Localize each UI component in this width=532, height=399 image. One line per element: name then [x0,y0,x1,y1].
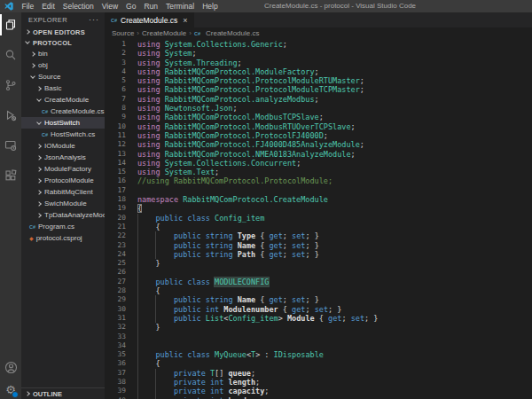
line-content[interactable]: //using RabbitMQComProtocol.ProtocolModu… [137,176,332,185]
line-number[interactable]: 40 [105,396,137,399]
line-number[interactable]: 26 [105,268,137,277]
search-icon[interactable] [0,44,21,66]
line-content[interactable]: using RabbitMQComProtocol.ModuleFactory; [137,67,319,76]
line-content[interactable]: public string Name { get; set; } [137,241,319,250]
close-icon[interactable]: × [183,16,187,25]
line-number[interactable]: 8 [105,104,137,113]
line-number[interactable]: 23 [105,241,137,250]
line-content[interactable]: public class Config_item [137,214,264,223]
line-number[interactable]: 24 [105,250,137,259]
line-content[interactable]: using RabbitMQComProtocol.FJ4000D485Anal… [137,140,364,149]
line-content[interactable]: private T[] queue; [137,369,255,378]
line-number[interactable]: 25 [105,259,137,268]
code-editor[interactable]: 1using System.Collections.Generic;2using… [105,39,532,399]
tree-item-createmodule-cs[interactable]: C#CreateModule.cs [21,106,105,117]
menu-item-selection[interactable]: Selection [59,2,98,11]
tree-item-modulefactory[interactable]: ModuleFactory [21,163,105,175]
line-number[interactable]: 4 [105,67,137,76]
line-content[interactable]: public class MyQueue<T> : IDisposable [137,350,324,359]
tree-item-tpdataanalyzemod[interactable]: TpDataAnalyzeMod... [21,209,105,221]
breadcrumb-item[interactable]: Source [112,29,134,37]
line-content[interactable]: { [137,359,160,368]
line-number[interactable]: 35 [105,350,137,359]
line-number[interactable]: 2 [105,49,137,58]
line-number[interactable]: 34 [105,341,137,350]
line-number[interactable]: 18 [105,195,137,204]
line-content[interactable]: using System.Threading; [137,59,242,67]
line-content[interactable]: using RabbitMQComProtocol.ProtocolModule… [137,85,364,94]
breadcrumb-item[interactable]: CreateModule.cs [206,29,259,37]
line-number[interactable]: 16 [105,176,137,185]
line-content[interactable]: private int capacity; [137,387,269,395]
tree-item-source[interactable]: Source [21,71,105,82]
line-number[interactable]: 27 [105,278,137,286]
menu-item-help[interactable]: Help [199,2,222,11]
line-number[interactable]: 29 [105,295,137,304]
menu-item-edit[interactable]: Edit [38,2,59,11]
run-debug-icon[interactable] [0,105,21,126]
extensions-icon[interactable] [0,165,21,186]
line-content[interactable]: private int head; [137,396,251,399]
line-content[interactable]: using System; [137,49,197,58]
tab-createmodule[interactable]: C# CreateModule.cs × [105,12,194,27]
tree-item-protocolmodule[interactable]: ProtocolModule [21,175,105,186]
line-content[interactable]: { [137,204,142,213]
line-number[interactable]: 5 [105,76,137,85]
menu-item-file[interactable]: File [18,2,38,11]
outline-section[interactable]: OUTLINE [21,387,105,399]
line-content[interactable]: using RabbitMQComProtocol.analyzeModbus; [137,95,319,104]
line-number[interactable]: 33 [105,332,137,341]
tree-item-bin[interactable]: bin [21,48,105,59]
tree-item-obj[interactable]: obj [21,59,105,71]
line-content[interactable]: namespace RabbitMQComProtocol.CreateModu… [137,195,328,204]
line-content[interactable]: public List<Config_item> Module { get; s… [137,314,378,323]
line-number[interactable]: 1 [105,40,137,49]
line-number[interactable]: 17 [105,186,137,195]
tree-item-protocol-csproj[interactable]: ◆protocol.csproj [21,232,105,244]
tree-item-swichmodule[interactable]: SwichModule [21,198,105,209]
explorer-icon[interactable] [0,14,21,35]
line-number[interactable]: 14 [105,159,137,168]
line-number[interactable]: 10 [105,122,137,131]
line-number[interactable]: 36 [105,359,137,368]
line-content[interactable]: public int Modulenumber { get; set; } [137,305,341,314]
line-number[interactable]: 22 [105,231,137,240]
line-content[interactable]: using System.Text; [137,168,219,176]
line-content[interactable]: } [137,323,160,332]
line-content[interactable]: private int length; [137,378,260,387]
account-icon[interactable] [0,356,21,378]
line-number[interactable]: 3 [105,59,137,67]
line-content[interactable]: using RabbitMQComProtocol.ProtocolModule… [137,76,364,85]
line-content[interactable]: public string Path { get; set; } [137,250,319,259]
tree-item-basic[interactable]: Basic [21,82,105,94]
menu-item-terminal[interactable]: Terminal [162,2,199,11]
line-number[interactable]: 7 [105,95,137,104]
line-number[interactable]: 39 [105,387,137,395]
remote-explorer-icon[interactable] [0,135,21,156]
menu-item-run[interactable]: Run [140,2,162,11]
line-content[interactable]: { [137,223,160,231]
line-number[interactable]: 32 [105,323,137,332]
line-content[interactable]: using RabbitMQComProtocol.ProtocolFJ4000… [137,131,328,140]
line-number[interactable]: 38 [105,378,137,387]
tree-item-program-cs[interactable]: C#Program.cs [21,221,105,232]
source-control-icon[interactable] [0,74,21,96]
open-editors-section[interactable]: OPEN EDITORS [21,27,105,37]
breadcrumb-item[interactable]: CreateModule [142,29,186,37]
line-number[interactable]: 28 [105,286,137,295]
project-section[interactable]: PROTOCOL [21,37,105,48]
more-actions-icon[interactable]: ··· [89,15,99,24]
settings-gear-icon[interactable]: ⚙ [5,383,16,397]
line-content[interactable]: using System.Collections.Concurrent; [137,159,301,168]
line-content[interactable]: using RabbitMQComProtocol.ModbusRTUOverT… [137,122,356,131]
line-number[interactable]: 9 [105,113,137,121]
tree-item-hostswitch[interactable]: HostSwitch [21,117,105,129]
line-number[interactable]: 15 [105,168,137,176]
line-number[interactable]: 13 [105,150,137,159]
line-number[interactable]: 30 [105,305,137,314]
line-content[interactable]: { [137,286,160,295]
line-content[interactable]: using RabbitMQComProtocol.ModbusTCPSlave… [137,113,324,121]
line-number[interactable]: 20 [105,214,137,223]
line-content[interactable]: public class MODULECONFIG [137,278,269,286]
line-number[interactable]: 21 [105,223,137,231]
